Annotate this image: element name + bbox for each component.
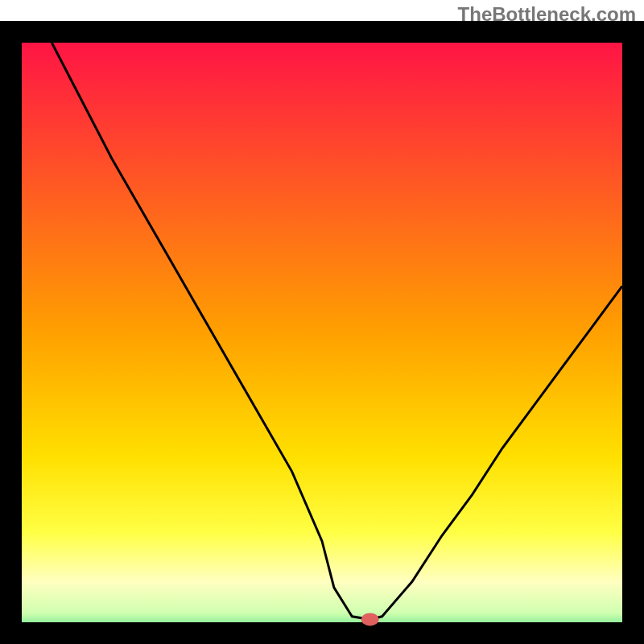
svg-rect-3 — [622, 21, 644, 644]
bottleneck-chart — [0, 0, 644, 644]
svg-rect-4 — [0, 622, 644, 644]
chart-background — [0, 21, 644, 644]
svg-rect-2 — [0, 21, 22, 644]
minimum-marker — [361, 613, 379, 625]
watermark-label: TheBottleneck.com — [458, 3, 636, 26]
chart-container: TheBottleneck.com — [0, 0, 644, 644]
